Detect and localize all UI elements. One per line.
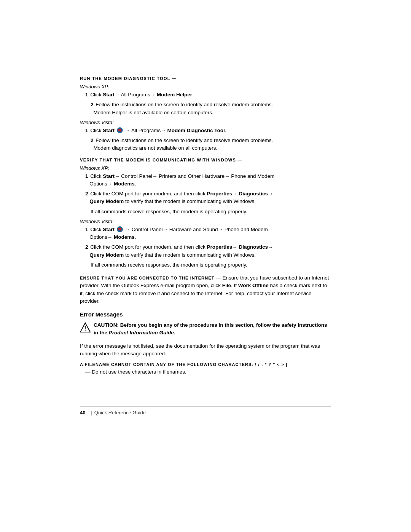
error-intro-text: If the error message is not listed, see … <box>80 342 331 358</box>
windows-xp-label-2: Windows XP: <box>80 165 331 171</box>
step-number-v2: 2 <box>91 137 94 143</box>
caution-box: ! CAUTION: Before you begin any of the p… <box>80 321 331 337</box>
step-xp-1-2: 2 Follow the instructions on the screen … <box>91 101 331 117</box>
footer-title: Quick Reference Guide <box>94 410 146 415</box>
bold-start-v2-1: Start <box>103 227 115 232</box>
step-num-2-2: 2 <box>85 191 88 197</box>
page-content: Run the Modem Diagnostic Tool — Windows … <box>72 76 339 415</box>
step-num-v2-2: 2 <box>85 244 88 250</box>
filename-rule: — Do not use these characters in filenam… <box>85 368 331 376</box>
windows-xp-label-1: Windows XP: <box>80 84 331 89</box>
windows-logo-icon-2 <box>117 226 123 232</box>
step-bold-modemdiag: Modem Diagnostic Tool <box>167 128 225 133</box>
windows-logo-icon <box>117 127 123 133</box>
error-messages-section: Error Messages ! CAUTION: Before you beg… <box>80 311 331 376</box>
step-xp-1-1: 1 Click Start→ All Programs→ Modem Helpe… <box>85 91 331 99</box>
step-number-2: 2 <box>91 102 94 107</box>
ensure-em-dash: — <box>216 275 222 281</box>
caution-text-content: CAUTION: Before you begin any of the pro… <box>94 321 331 337</box>
error-messages-heading: Error Messages <box>80 311 331 318</box>
bold-properties-v2-2: Properties→ Diagnostics→ Query Modem <box>85 244 273 257</box>
step-vista-1-1: 1 Click Start → All Programs→ Modem Diag… <box>85 127 331 134</box>
bold-modems-2-1: Modems <box>114 181 135 187</box>
step-number: 1 <box>85 92 88 97</box>
step-vista-2-2: 2 Click the COM port for your modem, and… <box>85 243 331 259</box>
bold-properties-2-2: Properties→ Diagnostics→ Query Modem <box>85 191 273 204</box>
step-bold-start: Start <box>103 92 115 97</box>
run-modem-heading: Run the Modem Diagnostic Tool — <box>80 76 331 81</box>
step-xp-2-1: 1 Click Start→ Control Panel→ Printers a… <box>85 173 331 188</box>
filename-heading: A filename cannot contain any of the fol… <box>80 362 331 367</box>
vista-note-1: If all commands receive responses, the m… <box>91 261 331 269</box>
step-bold-modemhelper: Modem Helper <box>157 92 192 97</box>
step-vista-1-2: 2 Follow the instructions on the screen … <box>91 137 331 152</box>
bold-file: File <box>222 283 231 288</box>
step-num-2-1: 1 <box>85 173 88 179</box>
verify-modem-section: Verify that the modem is communicating w… <box>80 158 331 269</box>
ensure-internet-section: Ensure that you are connected to the Int… <box>80 274 331 305</box>
step-vista-2-1: 1 Click Start → Control Panel→ Hardware … <box>85 226 331 241</box>
footer-divider: | <box>91 410 92 415</box>
page-footer: 40 | Quick Reference Guide <box>80 406 331 415</box>
step-xp-2-2: 2 Click the COM port for your modem, and… <box>85 190 331 206</box>
caution-triangle-icon: ! <box>80 322 91 335</box>
windows-vista-label-2: Windows Vista: <box>80 219 331 224</box>
svg-text:!: ! <box>84 325 86 332</box>
xp-note-1: If all commands receive responses, the m… <box>91 208 331 216</box>
verify-modem-heading: Verify that the modem is communicating w… <box>80 158 331 162</box>
step-number-v1: 1 <box>85 128 88 133</box>
ensure-heading: Ensure that you are connected to the Int… <box>80 276 214 280</box>
bold-workoffline: Work Offline <box>238 283 269 288</box>
step-bold-start-v1: Start <box>103 128 115 133</box>
caution-italic-guide: Product Information Guide <box>109 330 174 335</box>
step-num-v2-1: 1 <box>85 227 88 232</box>
run-modem-diagnostic-section: Run the Modem Diagnostic Tool — Windows … <box>80 76 331 152</box>
bold-modems-v2-1: Modems <box>114 234 135 240</box>
caution-period: . <box>174 330 175 335</box>
bold-start-2-1: Start <box>103 173 115 179</box>
footer-page-number: 40 <box>80 410 85 415</box>
windows-vista-label-1: Windows Vista: <box>80 120 331 125</box>
